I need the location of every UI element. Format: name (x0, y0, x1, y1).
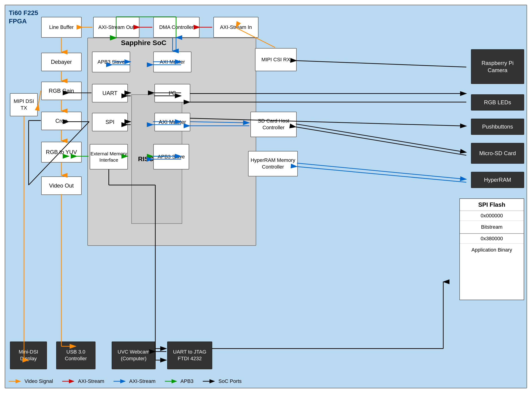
raspberry-pi-block: Raspberry Pi Camera (471, 49, 524, 84)
axi-stream-in-block: AXI-Stream In (213, 17, 259, 38)
svg-line-58 (297, 166, 466, 182)
micro-sd-block: Micro-SD Card (471, 143, 524, 164)
mipi-dsi-tx-block: MIPI DSI TX (10, 93, 38, 116)
spi-flash-sec1: Bitstream (460, 221, 524, 234)
axi-stream-out-block: AXI-Stream Out (93, 17, 139, 38)
fpga-label: Ti60 F225 FPGA (9, 9, 38, 26)
hyper-ram-block: HyperRAM (471, 172, 524, 188)
rgb-to-yuv-block: RGB to YUV (41, 142, 82, 163)
legend-video-signal: Video Signal (9, 378, 53, 384)
uart-jtag-block: UART to JTAG FTDI 4232 (167, 342, 212, 369)
legend-axi-red-label: AXI-Stream (78, 378, 104, 384)
spi-flash-title: SPI Flash (460, 199, 524, 211)
legend: Video Signal AXI-Stream (9, 378, 242, 384)
svg-line-26 (38, 91, 41, 104)
legend-axi-stream-blue: AXI-Stream (114, 378, 156, 384)
spi-flash-sec2: Application Binary (460, 244, 524, 256)
mipi-csi-rx-block: MIPI CSI RX (255, 48, 297, 71)
legend-soc-label: SoC Ports (218, 378, 242, 384)
mini-dsi-block: Mini-DSI Display (10, 342, 47, 369)
spi-block: SPI (92, 113, 128, 131)
axi-master-mid-block: AXI Master (154, 113, 190, 131)
spi-flash-addr1: 0x000000 (460, 211, 524, 221)
legend-apb3-label: APB3 (181, 378, 194, 384)
i2c-block: I²C (154, 84, 190, 102)
crop-block: Crop (41, 112, 82, 130)
rgb-gain-block: RGB Gain (41, 82, 82, 100)
external-memory-block: External Memory Interface (90, 144, 128, 170)
soc-title: Sapphire SoC (121, 39, 166, 47)
spi-flash-addr2: 0x380000 (460, 234, 524, 244)
pushbuttons-block: Pushbuttons (471, 119, 524, 135)
svg-line-57 (297, 163, 466, 179)
debayer-block: Debayer (41, 53, 82, 71)
spi-flash-container: SPI Flash 0x000000 Bitstream 0x380000 Ap… (459, 198, 524, 300)
legend-soc-ports: SoC Ports (203, 378, 242, 384)
legend-axi-blue-label: AXI-Stream (129, 378, 156, 384)
uvc-webcam-block: UVC Webcam (Computer) (112, 342, 156, 369)
svg-line-82 (297, 61, 466, 67)
main-diagram: Ti60 F225 FPGA Sapphire SoC RISC-V CPU L… (5, 5, 527, 388)
line-buffer-block: Line Buffer (41, 17, 82, 38)
hyper-ram-ctrl-block: HyperRAM Memory Controller (248, 151, 298, 176)
legend-apb3: APB3 (165, 378, 194, 384)
axi-master-top-block: AXI Master (153, 51, 191, 72)
legend-axi-stream-red: AXI-Stream (62, 378, 104, 384)
apb3-slave-top-block: APB3 Slave (92, 51, 130, 72)
legend-video-label: Video Signal (25, 378, 53, 384)
uart-block: UART (92, 84, 128, 102)
apb3-slave-bot-block: APB3 Slave (153, 144, 189, 170)
svg-line-73 (296, 127, 466, 155)
usb-30-block: USB 3.0 Controller (56, 342, 95, 369)
dma-controller-block: DMA Controller (153, 17, 200, 38)
sd-card-host-block: SD Card Host Controller (250, 112, 297, 137)
rgb-leds-block: RGB LEDs (471, 94, 524, 110)
video-out-block: Video Out (41, 176, 82, 195)
svg-line-72 (296, 124, 466, 152)
